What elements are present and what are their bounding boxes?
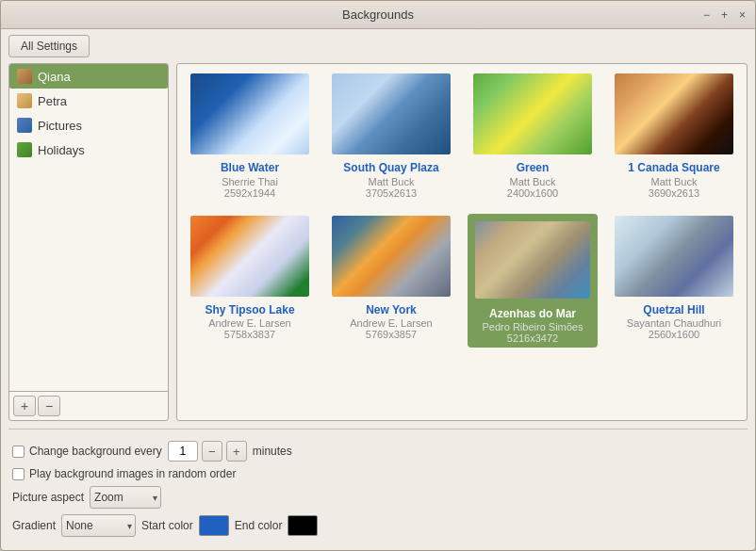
aspect-label: Picture aspect (12, 491, 84, 504)
image-author: Matt Buck (369, 176, 415, 187)
change-bg-row: Change background every − + minutes (12, 441, 744, 462)
interval-increment-button[interactable]: + (226, 441, 247, 462)
sidebar-item-qiana[interactable]: Qiana (9, 64, 168, 89)
image-grid: Blue Water Sherrie Thai 2592x1944 South … (185, 72, 739, 348)
image-author: Sayantan Chaudhuri (627, 317, 721, 329)
minutes-label: minutes (253, 445, 292, 458)
aspect-row: Picture aspect Zoom Centered Scaled Stre… (12, 486, 744, 509)
image-dims: 5758x3837 (224, 329, 275, 340)
image-dims: 2592x1944 (224, 187, 275, 199)
maximize-button[interactable]: + (719, 8, 730, 22)
thumbnail (332, 73, 451, 154)
image-item-blue-water[interactable]: Blue Water Sherrie Thai 2592x1944 (185, 72, 315, 199)
thumbnail (190, 73, 309, 154)
titlebar-controls: − + × (701, 8, 748, 22)
image-name: South Quay Plaza (343, 161, 438, 176)
image-author: Andrew E. Larsen (350, 317, 432, 329)
main-content: Qiana Petra Pictures Holidays + − (1, 63, 755, 429)
random-order-row: Play background images in random order (12, 467, 744, 480)
thumbnail (473, 73, 592, 154)
holidays-icon (17, 142, 32, 157)
end-color-label: End color (235, 519, 283, 532)
image-item-green[interactable]: Green Matt Buck 2400x1600 (468, 72, 598, 199)
image-name: 1 Canada Square (628, 161, 719, 176)
thumbnail (615, 216, 733, 297)
change-bg-label: Change background every (29, 445, 162, 458)
image-dims: 3705x2613 (366, 187, 417, 199)
image-name: Quetzal Hill (643, 303, 704, 318)
start-color-swatch[interactable] (199, 515, 229, 536)
image-name: Shy Tipsoo Lake (205, 303, 294, 318)
bottom-controls: Change background every − + minutes Play… (1, 435, 755, 550)
image-item-south-quay-plaza[interactable]: South Quay Plaza Matt Buck 3705x2613 (326, 72, 456, 199)
divider (8, 429, 748, 429)
aspect-select-wrapper: Zoom Centered Scaled Stretched Spanned (90, 486, 161, 509)
image-author: Sherrie Thai (222, 176, 278, 187)
image-item-azenhas-do-mar[interactable]: Azenhas do Mar Pedro Ribeiro Simões 5216… (468, 214, 598, 348)
end-color-swatch[interactable] (288, 515, 318, 536)
image-item-quetzal-hill[interactable]: Quetzal Hill Sayantan Chaudhuri 2560x160… (609, 214, 739, 348)
image-thumb-shy-tipsoo (189, 214, 311, 299)
add-source-button[interactable]: + (13, 396, 36, 416)
interval-input[interactable] (168, 441, 198, 462)
qiana-icon (17, 69, 32, 84)
image-name: Blue Water (221, 161, 279, 176)
pictures-icon (17, 118, 32, 133)
gradient-label: Gradient (12, 519, 56, 532)
image-grid-panel: Blue Water Sherrie Thai 2592x1944 South … (176, 63, 748, 421)
image-thumb-new-york (330, 214, 452, 299)
image-thumb-green (471, 72, 594, 156)
image-author: Pedro Ribeiro Simões (483, 321, 583, 332)
thumbnail (615, 73, 733, 154)
gradient-row: Gradient None Horizontal Vertical Start … (12, 514, 744, 537)
image-thumb-canada-sq (613, 72, 735, 156)
image-dims: 3690x2613 (649, 187, 699, 199)
image-dims: 2560x1600 (649, 329, 699, 340)
image-thumb-blue-water (189, 72, 311, 156)
window-title: Backgrounds (342, 8, 414, 22)
random-order-label: Play background images in random order (29, 467, 236, 480)
titlebar: Backgrounds − + × (1, 1, 755, 29)
sidebar-label-qiana: Qiana (38, 70, 71, 84)
grid-scroll[interactable]: Blue Water Sherrie Thai 2592x1944 South … (177, 64, 747, 420)
sidebar: Qiana Petra Pictures Holidays + − (8, 63, 169, 421)
change-bg-checkbox[interactable] (12, 446, 25, 458)
all-settings-button[interactable]: All Settings (8, 35, 90, 57)
thumbnail (475, 221, 590, 299)
image-thumb-azenhas (471, 218, 594, 302)
image-name: Green (517, 161, 550, 176)
sidebar-footer: + − (9, 391, 168, 420)
aspect-select[interactable]: Zoom Centered Scaled Stretched Spanned (90, 486, 161, 509)
image-name: New York (366, 303, 417, 318)
image-dims: 2400x1600 (507, 187, 558, 199)
sidebar-item-pictures[interactable]: Pictures (9, 113, 168, 138)
image-name: Azenhas do Mar (489, 307, 576, 322)
sidebar-list: Qiana Petra Pictures Holidays (9, 64, 168, 391)
image-thumb-quetzal (613, 214, 735, 299)
start-color-label: Start color (141, 519, 193, 532)
close-button[interactable]: × (737, 8, 748, 22)
thumbnail (190, 216, 309, 297)
remove-source-button[interactable]: − (38, 396, 60, 416)
minimize-button[interactable]: − (701, 8, 712, 22)
gradient-select-wrapper: None Horizontal Vertical (61, 514, 136, 537)
image-item-shy-tipsoo-lake[interactable]: Shy Tipsoo Lake Andrew E. Larsen 5758x38… (185, 214, 315, 348)
random-order-checkbox-label[interactable]: Play background images in random order (12, 467, 236, 480)
image-item-new-york[interactable]: New York Andrew E. Larsen 5769x3857 (326, 214, 456, 348)
interval-decrement-button[interactable]: − (202, 441, 222, 462)
interval-stepper: − + (168, 441, 247, 462)
random-order-checkbox[interactable] (12, 468, 25, 480)
change-bg-checkbox-label[interactable]: Change background every (12, 445, 162, 458)
image-item-1-canada-square[interactable]: 1 Canada Square Matt Buck 3690x2613 (609, 72, 739, 199)
thumbnail (332, 216, 451, 297)
toolbar: All Settings (1, 29, 755, 63)
image-author: Andrew E. Larsen (208, 317, 290, 329)
image-thumb-south-quay (330, 72, 452, 156)
gradient-select[interactable]: None Horizontal Vertical (61, 514, 136, 537)
sidebar-item-petra[interactable]: Petra (9, 89, 168, 113)
petra-icon (17, 93, 32, 108)
sidebar-item-holidays[interactable]: Holidays (9, 138, 168, 162)
sidebar-label-holidays: Holidays (38, 143, 85, 157)
image-author: Matt Buck (510, 176, 556, 187)
window: Backgrounds − + × All Settings Qiana Pet… (0, 0, 756, 551)
